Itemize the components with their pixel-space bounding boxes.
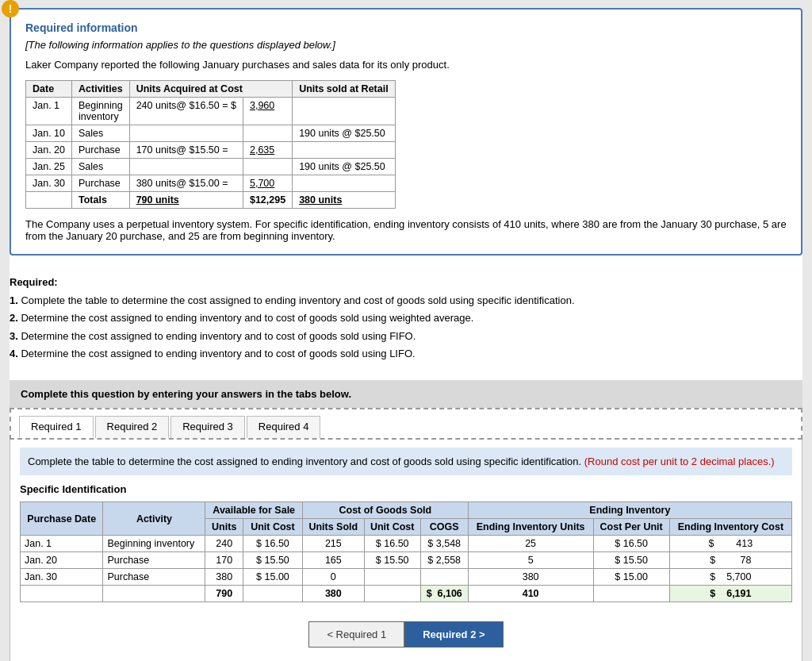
required-item-1: 1. Complete the table to determine the c… xyxy=(10,293,802,309)
row1-unit-cost: $ 16.50 xyxy=(243,536,302,552)
required-item-4: 4. Determine the cost assigned to ending… xyxy=(10,346,802,362)
info-box-subtitle: [The following information applies to th… xyxy=(25,39,787,51)
table-row: Jan. 1 Beginning inventory 240 $ 16.50 2… xyxy=(21,536,792,552)
table-row: Jan. 20 Purchase 170 units@ $15.50 = 2,6… xyxy=(26,142,396,159)
table-row: Jan. 20 Purchase 170 $ 15.50 165 $ 15.50… xyxy=(21,552,792,569)
required-title: Required: xyxy=(10,275,802,290)
row1-ei-units: 25 xyxy=(468,536,593,552)
row2-activity: Purchase xyxy=(103,552,205,569)
row3-date: Jan. 30 xyxy=(21,569,103,586)
totals-row: 790 380 $ 6,106 410 $ 6,191 xyxy=(21,586,792,602)
row3-activity: Purchase xyxy=(103,569,205,586)
nav-buttons: < Required 1 Required 2 > xyxy=(20,613,792,655)
th-available-for-sale: Available for Sale xyxy=(205,502,303,519)
warning-icon: ! xyxy=(2,0,19,17)
th-units-sold: Units Sold xyxy=(302,519,364,536)
total-cogs: $ 6,106 xyxy=(420,586,468,602)
row2-units-sold: 165 xyxy=(302,552,364,569)
info-box-description: Laker Company reported the following Jan… xyxy=(25,59,787,71)
row2-units: 170 xyxy=(205,552,243,569)
th-cogs-group: Cost of Goods Sold xyxy=(302,502,468,519)
complete-question-box: Complete this question by entering your … xyxy=(10,380,802,408)
total-ei-units: 410 xyxy=(468,586,593,602)
table-row: Jan. 25 Sales 190 units @ $25.50 xyxy=(26,159,396,175)
table-row: Jan. 30 Purchase 380 units@ $15.00 = 5,7… xyxy=(26,175,396,192)
table-row: Jan. 30 Purchase 380 $ 15.00 0 380 $ 15.… xyxy=(21,569,792,586)
required-item-2: 2. Determine the cost assigned to ending… xyxy=(10,310,802,326)
row1-units-sold: 215 xyxy=(302,536,364,552)
row3-unit-cost: $ 15.00 xyxy=(243,569,302,586)
col-units-sold: Units sold at Retail xyxy=(293,81,396,98)
tab-required-4[interactable]: Required 4 xyxy=(247,416,321,438)
prev-button[interactable]: < Required 1 xyxy=(308,621,404,648)
col-date: Date xyxy=(26,81,72,98)
th-sold-unit-cost: Unit Cost xyxy=(364,519,420,536)
th-cogs: COGS xyxy=(420,519,468,536)
specific-id-title: Specific Identification xyxy=(20,483,792,495)
row1-ei-cost: $ 413 xyxy=(669,536,791,552)
row3-cost-per-unit: $ 15.00 xyxy=(593,569,669,586)
row2-date: Jan. 20 xyxy=(21,552,103,569)
total-units: 790 xyxy=(205,586,243,602)
required-item-3: 3. Determine the cost assigned to ending… xyxy=(10,329,802,344)
row3-units-sold: 0 xyxy=(302,569,364,586)
row2-cogs: $ 2,558 xyxy=(420,552,468,569)
tab-required-3[interactable]: Required 3 xyxy=(170,416,245,438)
row2-cost-per-unit: $ 15.50 xyxy=(593,552,669,569)
th-ending-inv-group: Ending Inventory xyxy=(468,502,791,519)
tab-required-2[interactable]: Required 2 xyxy=(95,416,170,438)
row2-ei-units: 5 xyxy=(468,552,593,569)
col-activities: Activities xyxy=(72,81,130,98)
tab-content: Complete the table to determine the cost… xyxy=(10,440,802,662)
required-section: Required: 1. Complete the table to deter… xyxy=(10,267,802,372)
tabs-container: Required 1 Required 2 Required 3 Require… xyxy=(10,408,802,440)
tab-instruction: Complete the table to determine the cost… xyxy=(20,448,792,476)
th-ei-cost: Ending Inventory Cost xyxy=(669,519,791,536)
th-ei-units: Ending Inventory Units xyxy=(468,519,593,536)
row2-sold-unit-cost: $ 15.50 xyxy=(364,552,420,569)
complete-question-text: Complete this question by entering your … xyxy=(21,388,351,400)
row1-cost-per-unit: $ 16.50 xyxy=(593,536,669,552)
info-box-footer: The Company uses a perpetual inventory s… xyxy=(25,218,787,242)
tab-required-1[interactable]: Required 1 xyxy=(19,416,94,438)
instruction-text: Complete the table to determine the cost… xyxy=(28,455,581,467)
instruction-note: (Round cost per unit to 2 decimal places… xyxy=(584,455,775,467)
row1-units: 240 xyxy=(205,536,243,552)
row3-ei-units: 380 xyxy=(468,569,593,586)
main-container: ! Required information [The following in… xyxy=(10,8,802,661)
row3-cogs xyxy=(420,569,468,586)
table-row: Jan. 1 Beginninginventory 240 units@ $16… xyxy=(26,98,396,125)
th-cost-per-unit: Cost Per Unit xyxy=(593,519,669,536)
info-box-title: Required information xyxy=(25,21,787,34)
col-units-acquired: Units Acquired at Cost xyxy=(129,81,293,98)
row2-unit-cost: $ 15.50 xyxy=(243,552,302,569)
info-box: ! Required information [The following in… xyxy=(10,8,802,256)
next-button[interactable]: Required 2 > xyxy=(404,621,503,648)
row1-activity: Beginning inventory xyxy=(103,536,205,552)
table-row: Jan. 10 Sales 190 units @ $25.50 xyxy=(26,125,396,142)
th-activity: Activity xyxy=(103,502,205,536)
th-unit-cost: Unit Cost xyxy=(243,519,302,536)
row3-units: 380 xyxy=(205,569,243,586)
tabs-row: Required 1 Required 2 Required 3 Require… xyxy=(19,416,793,438)
total-units-sold: 380 xyxy=(302,586,364,602)
row3-sold-unit-cost xyxy=(364,569,420,586)
th-purchase-date: Purchase Date xyxy=(21,502,103,536)
row3-ei-cost: $ 5,700 xyxy=(669,569,791,586)
row1-sold-unit-cost: $ 16.50 xyxy=(364,536,420,552)
th-units: Units xyxy=(205,519,243,536)
answer-table: Purchase Date Activity Available for Sal… xyxy=(20,502,792,602)
info-data-table: Date Activities Units Acquired at Cost U… xyxy=(25,80,396,209)
table-totals-row: Totals 790 units $12,295 380 units xyxy=(26,192,396,209)
row2-ei-cost: $ 78 xyxy=(669,552,791,569)
total-ei-cost: $ 6,191 xyxy=(669,586,791,602)
row1-cogs: $ 3,548 xyxy=(420,536,468,552)
row1-date: Jan. 1 xyxy=(21,536,103,552)
